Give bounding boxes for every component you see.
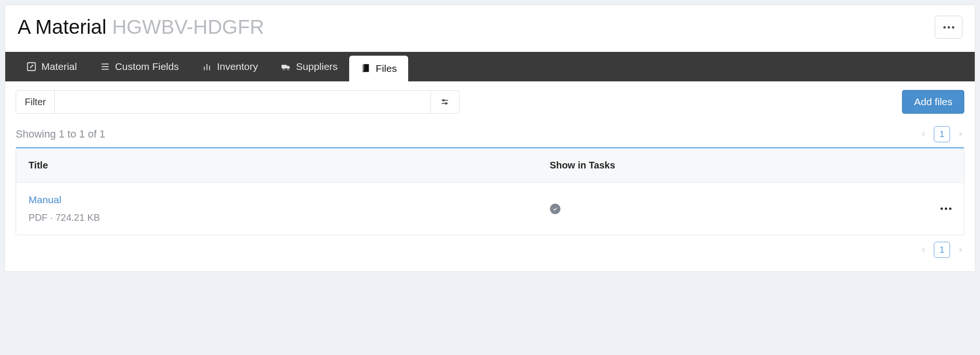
page-next[interactable] [957, 130, 964, 138]
book-icon [361, 63, 371, 74]
check-circle-icon [550, 204, 560, 214]
edit-icon [26, 61, 37, 72]
tab-bar: Material Custom Fields Inventory Supplie… [5, 52, 975, 81]
tab-inventory[interactable]: Inventory [190, 52, 269, 81]
ellipsis-icon [943, 26, 954, 29]
filter-options-button[interactable] [431, 91, 459, 113]
bar-chart-icon [202, 61, 212, 72]
filter-group: Filter [16, 90, 460, 114]
column-title: Title [16, 148, 538, 182]
page-header: A Material HGWBV-HDGFR [5, 5, 975, 52]
file-title-link[interactable]: Manual [29, 194, 525, 206]
table-header: Title Show in Tasks [16, 148, 964, 183]
filter-input[interactable] [55, 91, 430, 113]
header-more-button[interactable] [935, 16, 962, 39]
tab-label: Files [376, 63, 397, 74]
sliders-icon [440, 97, 450, 107]
svg-point-9 [287, 69, 289, 70]
filter-label: Filter [16, 91, 55, 113]
svg-rect-7 [282, 65, 287, 68]
title-main: A Material [18, 17, 107, 37]
page-number-bottom[interactable]: 1 [934, 242, 950, 258]
column-show-in-tasks: Show in Tasks [538, 148, 869, 182]
page-next-bottom[interactable] [957, 246, 964, 254]
tab-label: Material [41, 61, 77, 72]
tab-label: Inventory [217, 61, 258, 72]
tab-suppliers[interactable]: Suppliers [269, 52, 349, 81]
tab-custom-fields[interactable]: Custom Fields [88, 52, 190, 81]
chevron-left-icon [920, 130, 927, 138]
file-meta: PDF · 724.21 KB [29, 212, 525, 223]
chevron-right-icon [957, 130, 964, 138]
row-actions-button[interactable] [941, 207, 951, 210]
svg-point-11 [443, 99, 444, 101]
toolbar: Filter Add files [16, 90, 964, 114]
truck-icon [281, 61, 291, 72]
page-prev-bottom[interactable] [920, 246, 927, 254]
tab-label: Custom Fields [115, 61, 179, 72]
tab-label: Suppliers [296, 61, 338, 72]
table-row: Manual PDF · 724.21 KB [16, 183, 964, 235]
title-code: HGWBV-HDGFR [112, 17, 265, 37]
pagination-top: 1 [920, 126, 964, 142]
pagination-bottom: 1 [920, 242, 964, 258]
svg-point-13 [445, 103, 447, 104]
page-prev[interactable] [920, 130, 927, 138]
showing-text: Showing 1 to 1 of 1 [16, 128, 105, 140]
list-icon [100, 61, 110, 72]
chevron-right-icon [957, 246, 964, 254]
page-title: A Material HGWBV-HDGFR [18, 17, 264, 37]
files-table: Title Show in Tasks Manual PDF · 724.21 … [16, 147, 964, 235]
add-files-button[interactable]: Add files [902, 90, 964, 114]
tab-material[interactable]: Material [15, 52, 88, 81]
chevron-left-icon [920, 246, 927, 254]
tab-files[interactable]: Files [349, 56, 408, 81]
page-number[interactable]: 1 [934, 126, 950, 142]
svg-point-8 [283, 69, 285, 70]
ellipsis-icon [941, 207, 951, 210]
